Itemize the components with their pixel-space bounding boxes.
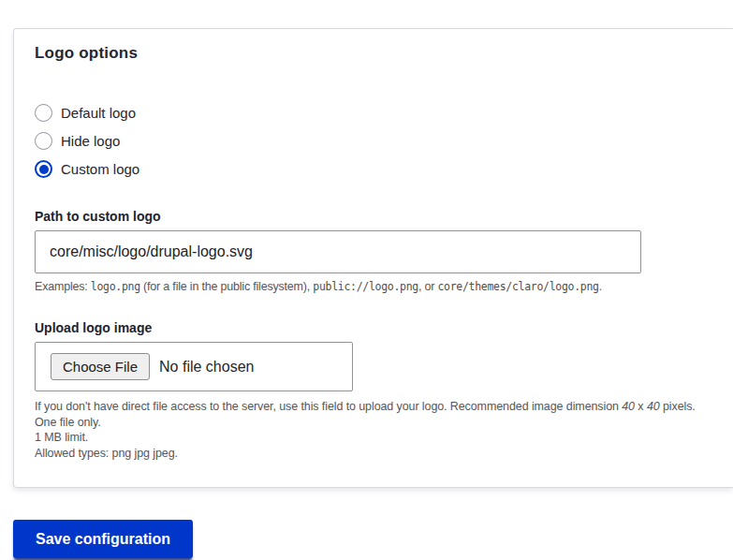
file-upload-input[interactable]: Choose File No file chosen [35, 342, 353, 391]
file-chosen-status: No file chosen [159, 359, 254, 376]
radio-label-hide-logo[interactable]: Hide logo [61, 133, 120, 149]
upload-field-label: Upload logo image [35, 320, 705, 335]
path-field-description: Examples: logo.png (for a file in the pu… [35, 280, 705, 294]
path-to-custom-logo-input[interactable] [35, 230, 641, 273]
radio-button-default-logo[interactable] [35, 104, 52, 122]
radio-label-default-logo[interactable]: Default logo [61, 105, 136, 121]
save-configuration-button[interactable]: Save configuration [13, 520, 193, 558]
upload-description-line-2: One file only. [35, 415, 705, 431]
example-code-1: logo.png [91, 280, 140, 293]
upload-description-line-4: Allowed types: png jpg jpeg. [35, 446, 705, 462]
example-code-3: core/themes/claro/logo.png [437, 280, 598, 293]
page-title: Logo options [35, 44, 705, 63]
radio-button-hide-logo[interactable] [35, 132, 52, 150]
radio-option-custom-logo[interactable]: Custom logo [35, 160, 705, 178]
upload-description-line-1: If you don't have direct file access to … [35, 399, 705, 415]
radio-label-custom-logo[interactable]: Custom logo [61, 161, 139, 177]
upload-description-line-3: 1 MB limit. [35, 430, 705, 446]
example-code-2: public://logo.png [313, 280, 418, 293]
upload-field-description: If you don't have direct file access to … [35, 399, 705, 461]
upload-logo-image-field: Upload logo image Choose File No file ch… [35, 320, 705, 461]
logo-options-fieldset: Logo options Default logo Hide logo Cust… [13, 28, 733, 488]
radio-button-custom-logo[interactable] [35, 160, 52, 178]
radio-option-default-logo[interactable]: Default logo [35, 104, 705, 122]
choose-file-button[interactable]: Choose File [51, 353, 150, 380]
radio-option-hide-logo[interactable]: Hide logo [35, 132, 705, 150]
path-to-custom-logo-field: Path to custom logo Examples: logo.png (… [35, 209, 705, 294]
path-field-label: Path to custom logo [35, 209, 705, 224]
logo-type-radio-group: Default logo Hide logo Custom logo [35, 104, 705, 178]
